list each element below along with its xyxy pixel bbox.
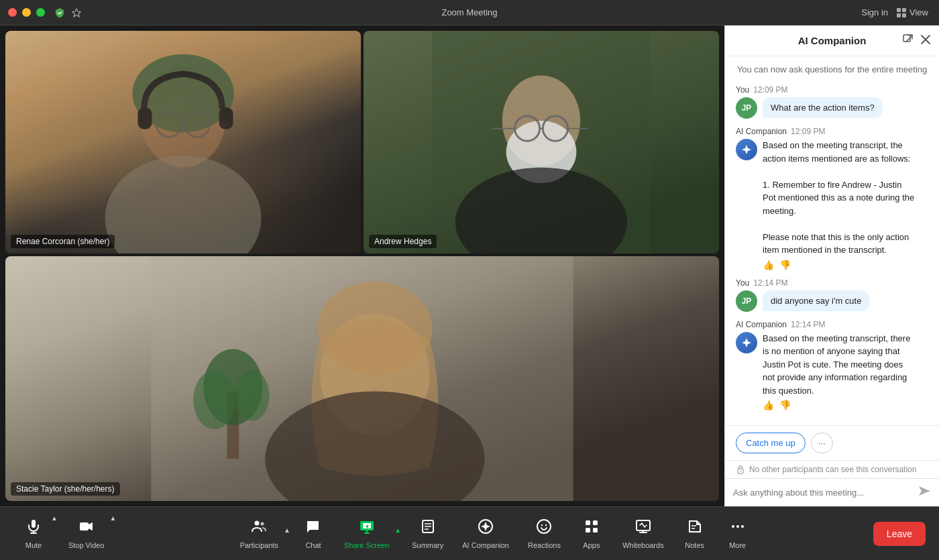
toolbar-share-button[interactable]: Share Screen [336, 514, 397, 553]
message-row-2: Based on the meeting transcript, the act… [736, 139, 928, 257]
catch-me-up-button[interactable]: Catch me up [736, 433, 806, 453]
chat-label: Chat [305, 541, 321, 549]
svg-rect-8 [137, 107, 152, 129]
message-row-3: JP did anyone say i'm cute [736, 290, 928, 312]
svg-rect-3 [897, 13, 901, 17]
svg-rect-61 [593, 528, 598, 533]
catch-up-area: Catch me up ··· [725, 425, 939, 460]
thumbs-down-1[interactable]: 👎 [779, 260, 791, 270]
more-options-button[interactable]: ··· [811, 433, 833, 453]
grid-icon [896, 7, 907, 18]
svg-point-57 [545, 524, 547, 525]
minimize-button[interactable] [22, 8, 31, 17]
message-group-1: You 12:09 PM JP What are the action item… [736, 85, 928, 119]
svg-rect-1 [897, 8, 901, 12]
svg-rect-9 [219, 107, 233, 129]
ai-intro-text: You can now ask questions for the entire… [736, 64, 928, 74]
maximize-button[interactable] [36, 8, 45, 17]
svg-rect-42 [80, 522, 89, 530]
toolbar-center: Participants ▲ Chat Sh [232, 514, 758, 553]
private-note-text: No other participants can see this conve… [749, 465, 916, 474]
svg-point-26 [235, 370, 269, 421]
thumbs-up-1[interactable]: 👍 [763, 260, 774, 270]
lock-icon [736, 465, 745, 474]
toolbar-reactions-button[interactable]: Reactions [520, 514, 569, 553]
svg-rect-58 [586, 520, 590, 525]
view-button[interactable]: View [896, 7, 928, 18]
window-title: Zoom Meeting [441, 7, 497, 17]
ai-messages-container: You can now ask questions for the entire… [725, 56, 939, 425]
video-row-top: Renae Corcoran (she/her) [5, 31, 719, 254]
participants-icon [251, 518, 267, 539]
mute-chevron[interactable]: ▲ [51, 514, 58, 547]
toolbar-notes-button[interactable]: Notes [675, 514, 715, 553]
sign-in-button[interactable]: Sign in [861, 7, 888, 17]
video-row-bottom: Stacie Taylor (she/her/hers) [5, 256, 719, 501]
more-label: More [729, 541, 746, 549]
traffic-lights [8, 8, 45, 17]
participants-chevron[interactable]: ▲ [284, 526, 290, 534]
more-icon [730, 518, 746, 539]
ai-companion-label: AI Companion [462, 541, 509, 549]
thumbs-up-2[interactable]: 👍 [763, 400, 774, 410]
toolbar-apps-button[interactable]: Apps [571, 514, 612, 553]
bubble-user-1: What are the action items? [763, 97, 883, 118]
toolbar-more-button[interactable]: More [718, 514, 758, 553]
svg-marker-54 [481, 522, 490, 531]
reactions-label: Reactions [528, 541, 561, 549]
svg-rect-39 [32, 520, 36, 528]
close-button[interactable] [8, 8, 17, 17]
svg-point-10 [156, 112, 181, 137]
video-tile-renae: Renae Corcoran (she/her) [5, 31, 361, 254]
notes-label: Notes [685, 541, 704, 549]
toolbar-ai-button[interactable]: AI Companion [454, 514, 517, 553]
notes-icon [687, 518, 703, 539]
svg-point-67 [732, 525, 734, 528]
thumbs-down-2[interactable]: 👎 [779, 400, 791, 410]
ai-panel-header: AI Companion [725, 25, 939, 56]
share-chevron[interactable]: ▲ [394, 526, 401, 534]
avatar-ai-1 [736, 139, 757, 160]
message-meta-2: AI Companion 12:09 PM [736, 127, 928, 136]
svg-point-43 [255, 520, 260, 525]
title-bar: Zoom Meeting Sign in View [0, 0, 939, 25]
ai-input-area [725, 478, 939, 506]
svg-point-6 [132, 54, 233, 132]
sender-ai-2: AI Companion [736, 320, 787, 329]
close-panel-icon[interactable] [920, 34, 931, 48]
toolbar-summary-button[interactable]: Summary [404, 514, 451, 553]
toolbar-video-button[interactable]: Stop Video [60, 514, 113, 553]
toolbar-mute-button[interactable]: Mute [13, 514, 54, 553]
toolbar-participants-button[interactable]: Participants [232, 514, 286, 553]
main-layout: Renae Corcoran (she/her) [0, 25, 939, 506]
time-2: 12:09 PM [791, 127, 825, 136]
toolbar-whiteboards-button[interactable]: Whiteboards [614, 514, 672, 553]
video-chevron[interactable]: ▲ [110, 514, 117, 547]
leave-button[interactable]: Leave [873, 522, 926, 546]
participant-name-andrew: Andrew Hedges [369, 235, 437, 248]
chat-icon [305, 518, 321, 539]
toolbar: Mute ▲ Stop Video ▲ [0, 506, 939, 560]
mic-icon [25, 518, 42, 539]
message-group-3: You 12:14 PM JP did anyone say i'm cute [736, 278, 928, 312]
time-4: 12:14 PM [791, 320, 825, 329]
svg-marker-0 [72, 9, 80, 17]
toolbar-right: Leave [873, 522, 926, 546]
participant-name-stacie: Stacie Taylor (she/her/hers) [11, 482, 120, 496]
whiteboards-label: Whiteboards [622, 541, 664, 549]
video-area: Renae Corcoran (she/her) [0, 25, 724, 506]
time-3: 12:14 PM [753, 278, 787, 288]
svg-rect-4 [902, 13, 906, 17]
title-bar-security [54, 7, 82, 19]
participant-name-renae: Renae Corcoran (she/her) [11, 235, 115, 248]
private-note: No other participants can see this conve… [725, 460, 939, 478]
apps-icon [584, 518, 600, 539]
svg-point-69 [741, 525, 744, 528]
send-button[interactable] [918, 484, 931, 501]
shield-icon [54, 7, 66, 19]
video-tile-andrew: Andrew Hedges [364, 31, 719, 254]
toolbar-chat-button[interactable]: Chat [293, 514, 333, 553]
svg-point-25 [193, 370, 235, 429]
ai-message-input[interactable] [733, 488, 912, 498]
popout-icon[interactable] [903, 34, 914, 48]
